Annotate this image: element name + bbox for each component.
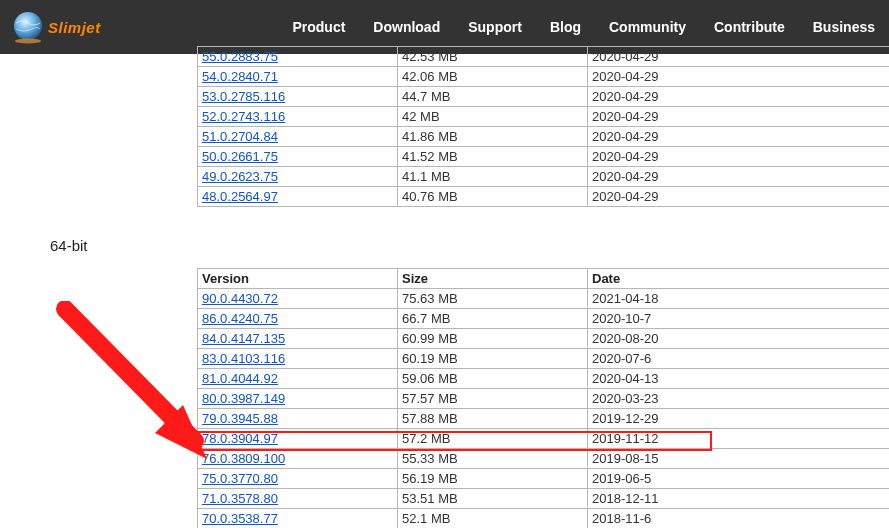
cell-version: 86.0.4240.75 xyxy=(198,309,398,329)
cell-date: 2020-04-13 xyxy=(588,369,890,389)
table-row: 86.0.4240.7566.7 MB2020-10-7 xyxy=(198,309,890,329)
cell-size: 53.51 MB xyxy=(398,489,588,509)
cell-date: 2018-12-11 xyxy=(588,489,890,509)
cell-date: 2020-04-29 xyxy=(588,147,890,167)
table-row: 48.0.2564.9740.76 MB2020-04-29 xyxy=(198,187,890,207)
cell-size: 44.7 MB xyxy=(398,87,588,107)
cell-size: 41.52 MB xyxy=(398,147,588,167)
version-link[interactable]: 53.0.2785.116 xyxy=(202,89,285,104)
cell-version: 48.0.2564.97 xyxy=(198,187,398,207)
brand-text: Slimjet xyxy=(48,19,101,36)
version-link[interactable]: 54.0.2840.71 xyxy=(202,69,278,84)
versions-table-top: 55.0.2883.7542.53 MB2020-04-2954.0.2840.… xyxy=(197,46,889,207)
cell-date: 2019-12-29 xyxy=(588,409,890,429)
cell-version: 84.0.4147.135 xyxy=(198,329,398,349)
cell-date: 2020-04-29 xyxy=(588,87,890,107)
version-link[interactable]: 80.0.3987.149 xyxy=(202,391,285,406)
cell-version: 49.0.2623.75 xyxy=(198,167,398,187)
cell-size: 42.53 MB xyxy=(398,47,588,67)
cell-size: 55.33 MB xyxy=(398,449,588,469)
version-link[interactable]: 49.0.2623.75 xyxy=(202,169,278,184)
table-row: 70.0.3538.7752.1 MB2018-11-6 xyxy=(198,509,890,529)
table-header-row: Version Size Date xyxy=(198,269,890,289)
version-link[interactable]: 78.0.3904.97 xyxy=(202,431,278,446)
logo[interactable]: Slimjet xyxy=(10,9,101,45)
cell-size: 42 MB xyxy=(398,107,588,127)
cell-size: 60.99 MB xyxy=(398,329,588,349)
cell-date: 2019-11-12 xyxy=(588,429,890,449)
table-row: 75.0.3770.8056.19 MB2019-06-5 xyxy=(198,469,890,489)
cell-size: 60.19 MB xyxy=(398,349,588,369)
cell-size: 75.63 MB xyxy=(398,289,588,309)
version-link[interactable]: 81.0.4044.92 xyxy=(202,371,278,386)
version-link[interactable]: 48.0.2564.97 xyxy=(202,189,278,204)
version-link[interactable]: 70.0.3538.77 xyxy=(202,511,278,526)
cell-date: 2021-04-18 xyxy=(588,289,890,309)
th-version: Version xyxy=(198,269,398,289)
version-link[interactable]: 71.0.3578.80 xyxy=(202,491,278,506)
version-link[interactable]: 79.0.3945.88 xyxy=(202,411,278,426)
versions-table-64bit: Version Size Date 90.0.4430.7275.63 MB20… xyxy=(197,268,889,528)
cell-version: 90.0.4430.72 xyxy=(198,289,398,309)
cell-size: 40.76 MB xyxy=(398,187,588,207)
table-row: 51.0.2704.8441.86 MB2020-04-29 xyxy=(198,127,890,147)
version-link[interactable]: 84.0.4147.135 xyxy=(202,331,285,346)
cell-version: 75.0.3770.80 xyxy=(198,469,398,489)
cell-size: 52.1 MB xyxy=(398,509,588,529)
cell-version: 70.0.3538.77 xyxy=(198,509,398,529)
table-row: 52.0.2743.11642 MB2020-04-29 xyxy=(198,107,890,127)
cell-version: 51.0.2704.84 xyxy=(198,127,398,147)
version-link[interactable]: 86.0.4240.75 xyxy=(202,311,278,326)
cell-size: 56.19 MB xyxy=(398,469,588,489)
cell-date: 2020-04-29 xyxy=(588,167,890,187)
version-link[interactable]: 50.0.2661.75 xyxy=(202,149,278,164)
table-row: 81.0.4044.9259.06 MB2020-04-13 xyxy=(198,369,890,389)
version-link[interactable]: 76.0.3809.100 xyxy=(202,451,285,466)
svg-point-1 xyxy=(15,39,41,44)
cell-date: 2020-03-23 xyxy=(588,389,890,409)
table-row: 79.0.3945.8857.88 MB2019-12-29 xyxy=(198,409,890,429)
cell-version: 81.0.4044.92 xyxy=(198,369,398,389)
cell-date: 2020-10-7 xyxy=(588,309,890,329)
cell-version: 79.0.3945.88 xyxy=(198,409,398,429)
table-row: 78.0.3904.9757.2 MB2019-11-12 xyxy=(198,429,890,449)
table-row: 90.0.4430.7275.63 MB2021-04-18 xyxy=(198,289,890,309)
svg-point-0 xyxy=(14,12,42,40)
table-row: 80.0.3987.14957.57 MB2020-03-23 xyxy=(198,389,890,409)
table-row: 54.0.2840.7142.06 MB2020-04-29 xyxy=(198,67,890,87)
table-row: 49.0.2623.7541.1 MB2020-04-29 xyxy=(198,167,890,187)
cell-size: 42.06 MB xyxy=(398,67,588,87)
th-date: Date xyxy=(588,269,890,289)
cell-version: 52.0.2743.116 xyxy=(198,107,398,127)
version-link[interactable]: 75.0.3770.80 xyxy=(202,471,278,486)
version-link[interactable]: 55.0.2883.75 xyxy=(202,49,278,64)
cell-version: 76.0.3809.100 xyxy=(198,449,398,469)
cell-size: 57.2 MB xyxy=(398,429,588,449)
version-link[interactable]: 52.0.2743.116 xyxy=(202,109,285,124)
table-row: 71.0.3578.8053.51 MB2018-12-11 xyxy=(198,489,890,509)
cell-version: 54.0.2840.71 xyxy=(198,67,398,87)
cell-date: 2020-04-29 xyxy=(588,107,890,127)
cell-date: 2020-04-29 xyxy=(588,187,890,207)
cell-date: 2019-08-15 xyxy=(588,449,890,469)
cell-date: 2020-07-6 xyxy=(588,349,890,369)
version-link[interactable]: 90.0.4430.72 xyxy=(202,291,278,306)
cell-version: 71.0.3578.80 xyxy=(198,489,398,509)
cell-size: 57.57 MB xyxy=(398,389,588,409)
table-row: 84.0.4147.13560.99 MB2020-08-20 xyxy=(198,329,890,349)
cell-version: 55.0.2883.75 xyxy=(198,47,398,67)
cell-size: 66.7 MB xyxy=(398,309,588,329)
table-row: 55.0.2883.7542.53 MB2020-04-29 xyxy=(198,47,890,67)
version-link[interactable]: 83.0.4103.116 xyxy=(202,351,285,366)
cell-date: 2018-11-6 xyxy=(588,509,890,529)
cell-date: 2019-06-5 xyxy=(588,469,890,489)
cell-version: 83.0.4103.116 xyxy=(198,349,398,369)
cell-size: 57.88 MB xyxy=(398,409,588,429)
globe-icon xyxy=(10,9,46,45)
cell-date: 2020-04-29 xyxy=(588,47,890,67)
section-title-64bit: 64-bit xyxy=(50,237,889,254)
cell-date: 2020-08-20 xyxy=(588,329,890,349)
cell-version: 78.0.3904.97 xyxy=(198,429,398,449)
version-link[interactable]: 51.0.2704.84 xyxy=(202,129,278,144)
cell-version: 53.0.2785.116 xyxy=(198,87,398,107)
